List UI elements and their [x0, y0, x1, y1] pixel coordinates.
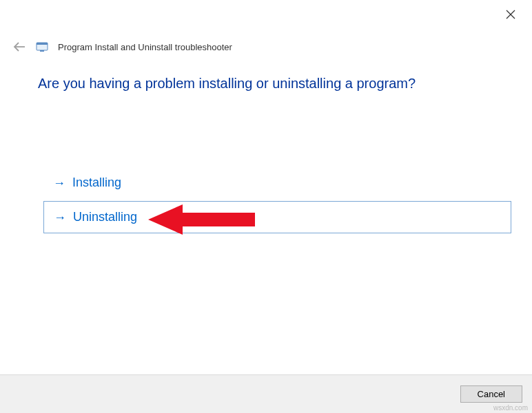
cancel-button[interactable]: Cancel	[460, 385, 522, 403]
close-icon	[506, 10, 515, 19]
option-label: Installing	[72, 176, 121, 190]
troubleshooter-icon	[36, 41, 48, 53]
svg-rect-5	[40, 50, 44, 52]
question-heading: Are you having a problem installing or u…	[38, 76, 511, 92]
footer-bar: Cancel	[0, 374, 532, 413]
back-arrow-icon	[13, 42, 25, 52]
option-label: Uninstalling	[73, 210, 137, 224]
close-button[interactable]	[506, 10, 520, 23]
option-uninstalling[interactable]: → Uninstalling	[43, 201, 511, 233]
main-content: Are you having a problem installing or u…	[38, 76, 511, 236]
options-list: → Installing → Uninstalling	[43, 167, 511, 233]
watermark: wsxdn.com	[493, 404, 528, 412]
arrow-right-icon: →	[54, 211, 66, 224]
svg-rect-4	[37, 43, 48, 45]
option-installing[interactable]: → Installing	[43, 167, 511, 198]
window-title: Program Install and Uninstall troublesho…	[58, 42, 232, 52]
arrow-right-icon: →	[53, 177, 65, 189]
back-button[interactable]	[12, 40, 26, 54]
window-header: Program Install and Uninstall troublesho…	[12, 40, 232, 54]
